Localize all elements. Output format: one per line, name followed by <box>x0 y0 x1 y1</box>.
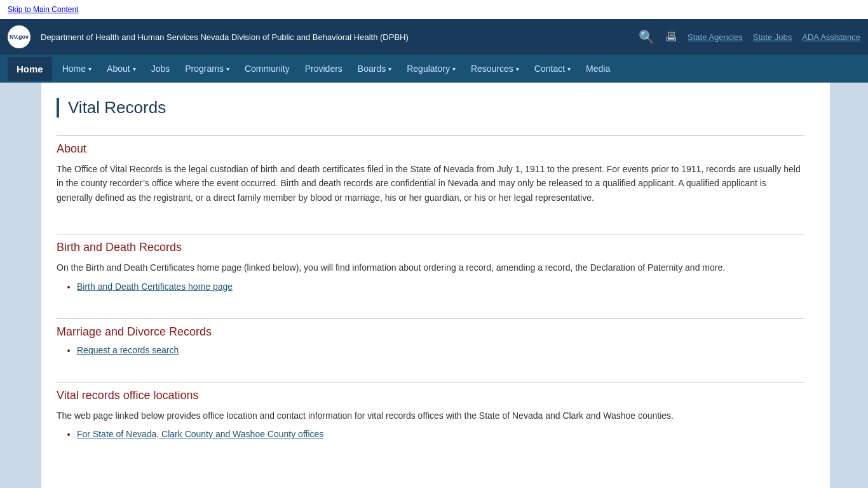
content-link-birth-and-death-certificates-h[interactable]: Birth and Death Certificates home page <box>77 281 233 292</box>
chevron-down-icon: ▾ <box>516 65 519 72</box>
chevron-down-icon: ▾ <box>133 65 136 72</box>
nav-items: Home▾About▾JobsPrograms▾CommunityProvide… <box>55 57 618 80</box>
nav-item-label: Regulatory <box>407 64 450 74</box>
section-heading-birth-death: Birth and Death Records <box>57 241 804 254</box>
section-birth-death: Birth and Death RecordsOn the Birth and … <box>57 234 804 300</box>
page-wrapper: Vital Records AboutThe Office of Vital R… <box>0 83 868 488</box>
nav-item-label: Providers <box>305 64 342 74</box>
chevron-down-icon: ▾ <box>88 65 92 72</box>
print-icon[interactable]: 🖶 <box>665 30 677 44</box>
nav-item-media[interactable]: Media <box>578 57 618 80</box>
content-link-for-state-of-nevada,-clark-cou[interactable]: For State of Nevada, Clark County and Wa… <box>77 429 323 439</box>
nav-item-label: About <box>107 64 130 74</box>
nav-item-home[interactable]: Home▾ <box>55 57 99 80</box>
section-links-birth-death: Birth and Death Certificates home page <box>77 281 804 292</box>
sidebar-left <box>0 83 41 488</box>
section-about: AboutThe Office of Vital Records is the … <box>57 135 804 216</box>
section-divider <box>57 135 804 136</box>
section-body-about: The Office of Vital Records is the legal… <box>57 162 804 205</box>
top-bar: NV.gov Department of Health and Human Se… <box>0 19 868 55</box>
section-heading-about: About <box>57 142 804 156</box>
main-nav: Home Home▾About▾JobsPrograms▾CommunityPr… <box>0 55 868 83</box>
section-divider <box>57 234 804 234</box>
chevron-down-icon: ▾ <box>226 65 229 72</box>
nav-item-label: Resources <box>471 64 513 74</box>
section-heading-marriage-divorce: Marriage and Divorce Records <box>57 325 804 339</box>
list-item: For State of Nevada, Clark County and Wa… <box>77 429 804 439</box>
ada-assistance-link[interactable]: ADA Assistance <box>802 32 860 42</box>
nav-item-boards[interactable]: Boards▾ <box>350 57 399 80</box>
nav-item-label: Boards <box>358 64 386 74</box>
nav-item-label: Programs <box>185 64 224 74</box>
nav-item-regulatory[interactable]: Regulatory▾ <box>399 57 463 80</box>
nav-item-resources[interactable]: Resources▾ <box>463 57 527 80</box>
nav-item-label: Home <box>62 64 86 74</box>
main-content: Vital Records AboutThe Office of Vital R… <box>41 83 830 488</box>
logo-area: NV.gov <box>8 25 31 48</box>
state-jobs-link[interactable]: State Jobs <box>753 32 792 42</box>
nav-item-programs[interactable]: Programs▾ <box>177 57 237 80</box>
chevron-down-icon: ▾ <box>452 65 456 72</box>
page-title: Vital Records <box>68 98 804 118</box>
section-links-locations: For State of Nevada, Clark County and Wa… <box>77 429 804 439</box>
nv-gov-badge: NV.gov <box>8 25 31 48</box>
nav-item-contact[interactable]: Contact▾ <box>527 57 578 80</box>
nav-item-label: Community <box>245 64 290 74</box>
section-divider <box>57 318 804 319</box>
nav-item-providers[interactable]: Providers <box>297 57 350 80</box>
sections-container: AboutThe Office of Vital Records is the … <box>57 135 804 448</box>
list-item: Request a records search <box>77 345 804 355</box>
nav-item-about[interactable]: About▾ <box>99 57 144 80</box>
nav-item-jobs[interactable]: Jobs <box>144 57 178 80</box>
search-icon[interactable]: 🔍 <box>639 29 654 44</box>
content-link-request-a-records-search[interactable]: Request a records search <box>77 345 179 355</box>
list-item: Birth and Death Certificates home page <box>77 281 804 292</box>
section-body-birth-death: On the Birth and Death Certificates home… <box>57 261 804 274</box>
section-body-locations: The web page linked below provides offic… <box>57 409 804 423</box>
nav-item-label: Contact <box>534 64 565 74</box>
nav-item-label: Jobs <box>151 64 170 74</box>
section-marriage-divorce: Marriage and Divorce RecordsRequest a re… <box>57 318 804 364</box>
nav-item-community[interactable]: Community <box>237 57 297 80</box>
chevron-down-icon: ▾ <box>388 65 391 72</box>
nav-item-label: Media <box>586 64 610 74</box>
site-title: Department of Health and Human Services … <box>41 32 639 42</box>
sidebar-right <box>830 83 868 488</box>
state-agencies-link[interactable]: State Agencies <box>688 32 743 42</box>
section-links-marriage-divorce: Request a records search <box>77 345 804 355</box>
top-bar-actions: 🔍 🖶 State Agencies State Jobs ADA Assist… <box>639 29 860 44</box>
page-title-container: Vital Records <box>57 98 804 118</box>
skip-to-main-link[interactable]: Skip to Main Content <box>0 0 868 19</box>
section-locations: Vital records office locationsThe web pa… <box>57 382 804 448</box>
chevron-down-icon: ▾ <box>567 65 571 72</box>
section-heading-locations: Vital records office locations <box>57 389 804 402</box>
nav-home[interactable]: Home <box>8 57 52 81</box>
section-divider <box>57 382 804 383</box>
